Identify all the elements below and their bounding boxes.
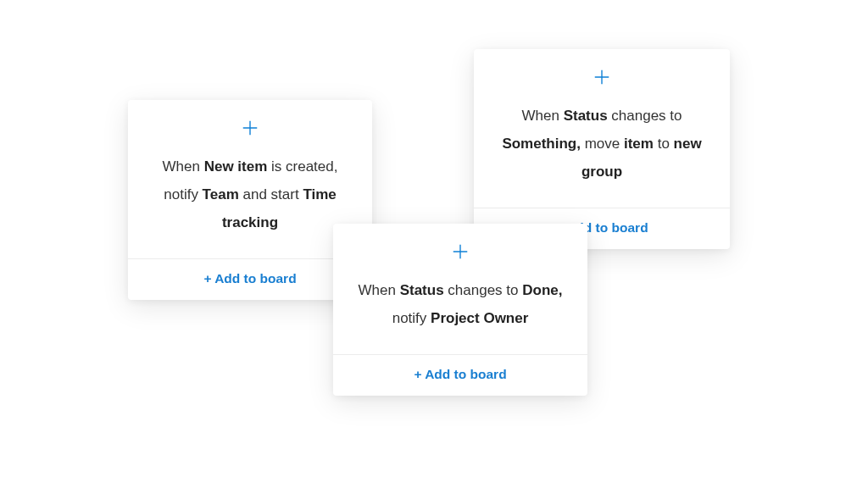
add-to-board-button[interactable]: + Add to board — [414, 367, 506, 382]
automation-rule-text: When Status changes to Something, move i… — [494, 102, 709, 186]
plus-icon — [241, 119, 259, 137]
automation-card: When Status changes to Done, notify Proj… — [333, 224, 587, 396]
automation-rule-text: When Status changes to Done, notify Proj… — [353, 276, 567, 332]
automation-rule-text: When New item is created, notify Team an… — [148, 152, 352, 236]
plus-icon — [451, 242, 470, 261]
plus-icon — [593, 68, 611, 86]
card-body: When Status changes to Something, move i… — [474, 49, 730, 208]
card-action-add[interactable] — [353, 242, 567, 261]
card-body: When Status changes to Done, notify Proj… — [333, 224, 587, 354]
automation-card: When Status changes to Something, move i… — [474, 49, 730, 249]
card-footer: + Add to board — [333, 354, 587, 396]
card-action-add[interactable] — [148, 119, 352, 137]
add-to-board-button[interactable]: + Add to board — [203, 271, 296, 286]
card-action-add[interactable] — [494, 68, 709, 86]
